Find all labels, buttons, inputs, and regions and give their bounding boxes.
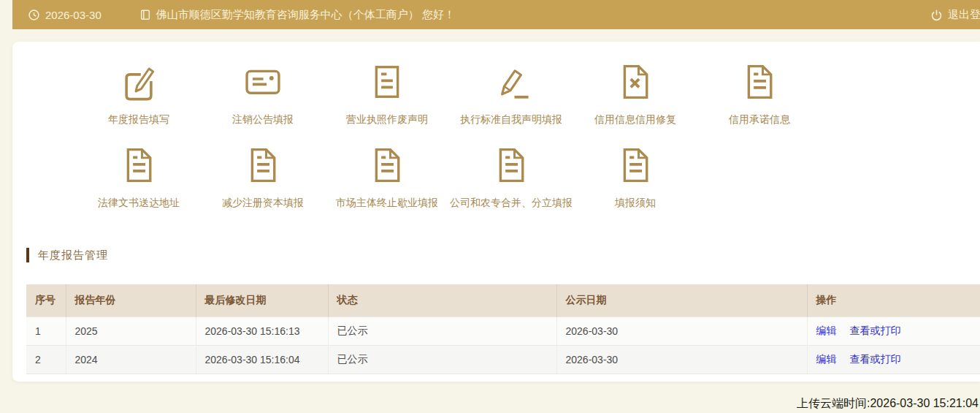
cell-last-modified: 2026-03-30 15:16:04 bbox=[196, 346, 328, 374]
feature-credit-repair[interactable]: 信用信息信用修复 bbox=[573, 62, 697, 126]
feature-legal-document-address[interactable]: 法律文书送达地址 bbox=[77, 145, 201, 210]
feature-label: 公司和农专合并、分立填报 bbox=[450, 197, 573, 210]
cell-publish-date: 2026-03-30 bbox=[556, 346, 807, 374]
cell-actions: 编辑 查看或打印 bbox=[807, 317, 980, 346]
col-index: 序号 bbox=[26, 284, 66, 317]
document-icon bbox=[119, 145, 158, 188]
cell-report-year: 2025 bbox=[66, 317, 196, 346]
feature-label: 年度报告填写 bbox=[108, 113, 169, 126]
feature-label: 填报须知 bbox=[615, 197, 656, 210]
feature-label: 减少注册资本填报 bbox=[222, 197, 304, 210]
col-report-year: 报告年份 bbox=[66, 284, 196, 317]
document-icon bbox=[740, 62, 779, 105]
logout-label: 退出登录 bbox=[948, 8, 980, 22]
edit-link[interactable]: 编辑 bbox=[816, 353, 837, 365]
feature-filing-instructions[interactable]: 填报须知 bbox=[573, 145, 697, 210]
document-icon bbox=[491, 145, 531, 188]
cell-status: 已公示 bbox=[328, 346, 556, 374]
cell-index: 1 bbox=[26, 317, 66, 346]
edit-square-icon bbox=[119, 62, 158, 105]
cell-actions: 编辑 查看或打印 bbox=[807, 346, 980, 374]
pencil-icon bbox=[491, 62, 531, 105]
table-row: 1 2025 2026-03-30 15:16:13 已公示 2026-03-3… bbox=[26, 317, 980, 346]
topbar-date: 2026-03-30 bbox=[45, 9, 102, 21]
cell-status: 已公示 bbox=[328, 317, 556, 346]
annual-report-table: 序号 报告年份 最后修改日期 状态 公示日期 操作 1 2025 2026-03… bbox=[26, 284, 980, 374]
topbar: 2026-03-30 佛山市顺德区勤学知教育咨询服务中心（个体工商户） 您好！ … bbox=[12, 0, 980, 29]
annual-report-section-header: 年度报告管理 bbox=[26, 248, 980, 262]
feature-label: 营业执照作废声明 bbox=[346, 113, 428, 126]
cell-index: 2 bbox=[26, 346, 66, 374]
feature-label: 信用承诺信息 bbox=[729, 113, 790, 126]
license-card-icon bbox=[139, 9, 151, 21]
feature-label: 法律文书送达地址 bbox=[98, 197, 180, 210]
upload-time-note: 上传云端时间:2026-03-30 15:21:04 bbox=[797, 396, 979, 412]
document-x-icon bbox=[616, 62, 655, 105]
view-print-link[interactable]: 查看或打印 bbox=[849, 325, 900, 336]
col-actions: 操作 bbox=[807, 284, 980, 317]
feature-merger-division[interactable]: 公司和农专合并、分立填报 bbox=[449, 145, 573, 210]
feature-license-void-declaration[interactable]: 营业执照作废声明 bbox=[325, 62, 449, 126]
topbar-welcome-text: 佛山市顺德区勤学知教育咨询服务中心（个体工商户） 您好！ bbox=[156, 8, 455, 22]
edit-link[interactable]: 编辑 bbox=[816, 325, 837, 336]
feature-standard-self-declaration[interactable]: 执行标准自我声明填报 bbox=[449, 62, 573, 126]
topbar-date-group: 2026-03-30 bbox=[28, 9, 102, 21]
notice-card-icon bbox=[243, 62, 283, 105]
topbar-welcome-group: 佛山市顺德区勤学知教育咨询服务中心（个体工商户） 您好！ bbox=[139, 8, 455, 22]
feature-grid: 年度报告填写 注销公告填报 营业执照作废声明 执行标准自我声明填报 信用信息信用… bbox=[12, 42, 980, 210]
feature-credit-commitment[interactable]: 信用承诺信息 bbox=[697, 62, 822, 126]
feature-label: 执行标准自我声明填报 bbox=[460, 113, 562, 126]
col-last-modified: 最后修改日期 bbox=[196, 284, 328, 317]
feature-cancellation-notice[interactable]: 注销公告填报 bbox=[201, 62, 325, 126]
document-icon bbox=[367, 62, 407, 105]
feature-capital-reduction[interactable]: 减少注册资本填报 bbox=[201, 145, 325, 210]
col-publish-date: 公示日期 bbox=[556, 284, 807, 317]
cell-publish-date: 2026-03-30 bbox=[556, 317, 807, 346]
document-icon bbox=[367, 145, 407, 188]
feature-label: 信用信息信用修复 bbox=[594, 113, 676, 126]
feature-business-termination[interactable]: 市场主体终止歇业填报 bbox=[325, 145, 449, 210]
feature-annual-report-fill[interactable]: 年度报告填写 bbox=[77, 62, 201, 126]
main-card: 年度报告填写 注销公告填报 营业执照作废声明 执行标准自我声明填报 信用信息信用… bbox=[12, 42, 980, 382]
section-accent-bar bbox=[26, 248, 29, 262]
section-title: 年度报告管理 bbox=[38, 249, 108, 262]
document-icon bbox=[616, 145, 655, 188]
power-icon bbox=[930, 9, 943, 21]
feature-label: 注销公告填报 bbox=[232, 113, 294, 126]
document-icon bbox=[243, 145, 283, 188]
cell-report-year: 2024 bbox=[66, 346, 196, 374]
logout-button[interactable]: 退出登录 bbox=[930, 8, 980, 22]
table-header: 序号 报告年份 最后修改日期 状态 公示日期 操作 bbox=[26, 284, 980, 317]
clock-icon bbox=[28, 9, 40, 21]
view-print-link[interactable]: 查看或打印 bbox=[849, 353, 900, 365]
feature-label: 市场主体终止歇业填报 bbox=[336, 197, 438, 210]
table-row: 2 2024 2026-03-30 15:16:04 已公示 2026-03-3… bbox=[26, 346, 980, 374]
col-status: 状态 bbox=[328, 284, 556, 317]
cell-last-modified: 2026-03-30 15:16:13 bbox=[196, 317, 328, 346]
